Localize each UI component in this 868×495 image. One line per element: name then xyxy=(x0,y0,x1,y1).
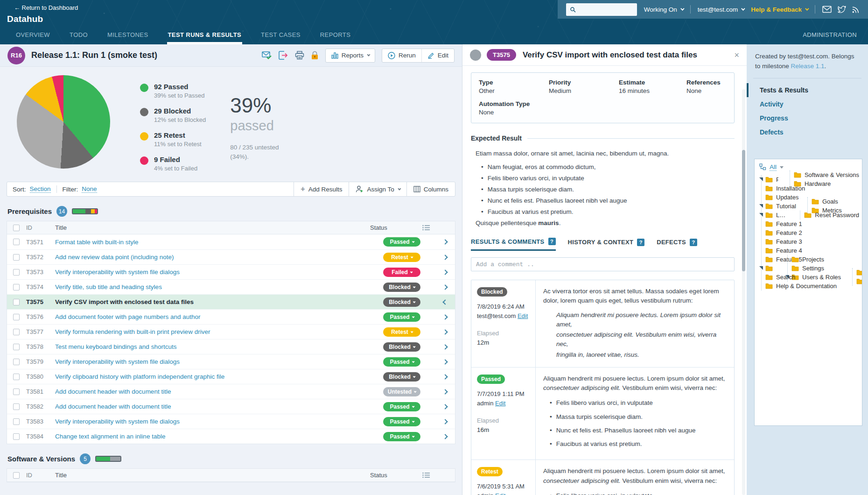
test-title-link[interactable]: Add new review data point (including not… xyxy=(55,254,383,261)
table-row[interactable]: T3581 Add document header with document … xyxy=(7,384,455,399)
print-icon[interactable] xyxy=(295,51,304,60)
tab-reports[interactable]: REPORTS xyxy=(319,27,351,44)
open-test-button[interactable] xyxy=(435,330,455,334)
status-badge[interactable]: Retest xyxy=(383,327,420,337)
rerun-button[interactable]: Rerun xyxy=(382,49,421,62)
row-checkbox[interactable] xyxy=(13,359,20,365)
open-test-button[interactable] xyxy=(435,390,455,394)
row-checkbox[interactable] xyxy=(13,389,20,395)
help-icon[interactable]: ? xyxy=(637,239,644,246)
sidebar-nav-progress[interactable]: Progress xyxy=(754,111,861,125)
status-badge[interactable]: Passed xyxy=(383,237,420,247)
lock-icon[interactable] xyxy=(311,51,319,60)
status-badge[interactable]: Blocked xyxy=(383,283,420,292)
status-badge[interactable]: Untested xyxy=(383,387,420,396)
edit-button[interactable]: Edit xyxy=(421,49,454,62)
tree-expander-icon[interactable] xyxy=(759,177,765,182)
status-badge[interactable]: Passed xyxy=(383,417,420,426)
comment-input[interactable]: Add a comment .. xyxy=(471,257,735,271)
table-row[interactable]: T3577 Verify formula rendering with buil… xyxy=(7,324,455,339)
tree-item-reset-password[interactable]: Reset Password xyxy=(800,211,859,219)
working-on-menu[interactable]: Working On xyxy=(644,6,683,13)
tab-todo[interactable]: TODO xyxy=(69,27,89,44)
row-checkbox[interactable] xyxy=(13,284,20,290)
search-box[interactable] xyxy=(566,3,637,16)
row-checkbox[interactable] xyxy=(13,269,20,276)
group-list-icon[interactable] xyxy=(422,225,430,231)
tree-expander-icon[interactable] xyxy=(759,204,765,208)
tree-item-users-roles[interactable]: Users & Roles Permissions Groups xyxy=(788,273,862,282)
col-id[interactable]: ID xyxy=(26,472,55,479)
row-checkbox[interactable] xyxy=(13,329,20,335)
tree-item-feature-1[interactable]: Feature 1 xyxy=(762,219,859,228)
close-icon[interactable] xyxy=(734,51,739,59)
tree-item-goals[interactable]: Goals xyxy=(808,197,842,206)
status-badge[interactable]: Blocked xyxy=(383,297,420,307)
tree-expander-icon[interactable] xyxy=(759,257,765,262)
row-checkbox[interactable] xyxy=(13,403,20,410)
table-row[interactable]: T3580 Verify clipboard history with plat… xyxy=(7,369,455,384)
tree-expander-icon[interactable] xyxy=(759,266,765,270)
status-badge[interactable]: Failed xyxy=(383,268,420,277)
status-badge[interactable]: Blocked xyxy=(383,342,420,352)
sort-value-link[interactable]: Section xyxy=(30,185,51,193)
scrollbar-thumb[interactable] xyxy=(742,150,745,271)
sidebar-nav-tests-results[interactable]: Tests & Results xyxy=(747,83,861,97)
status-badge[interactable]: Passed xyxy=(383,312,420,322)
status-badge[interactable]: Passed xyxy=(383,357,420,367)
tree-filter-value[interactable]: All xyxy=(770,163,777,171)
help-icon[interactable]: ? xyxy=(548,238,556,245)
group-list-icon[interactable] xyxy=(422,472,430,478)
test-title-link[interactable]: Verify clipboard history with platform i… xyxy=(55,373,383,380)
tree-expander-icon[interactable] xyxy=(759,231,765,235)
test-title-link[interactable]: Verify title, sub title and heading styl… xyxy=(55,283,383,290)
tree-expander-icon[interactable] xyxy=(785,266,791,270)
test-title-link[interactable]: Change text alignment in an inline table xyxy=(55,433,383,440)
open-test-button[interactable] xyxy=(435,255,455,259)
col-id[interactable]: ID xyxy=(26,224,55,231)
edit-link[interactable]: Edit xyxy=(495,492,505,495)
tree-expander-icon[interactable] xyxy=(759,186,765,191)
row-checkbox[interactable] xyxy=(13,418,20,425)
tree-item-feature-4[interactable]: Feature 4 xyxy=(762,246,859,255)
open-test-button[interactable] xyxy=(435,345,455,349)
tree-item-help-documentation[interactable]: Help & Documentation xyxy=(762,282,859,290)
help-feedback-menu[interactable]: Help & Feedback xyxy=(751,6,808,13)
tree-item-software-versions[interactable]: Software & Versions xyxy=(790,170,859,179)
tree-expander-icon[interactable] xyxy=(788,173,794,177)
email-results-icon[interactable] xyxy=(262,51,272,60)
status-badge[interactable]: Retest xyxy=(383,253,420,262)
col-title[interactable]: Title xyxy=(55,472,370,479)
tab-administration[interactable]: ADMINISTRATION xyxy=(803,31,857,38)
detail-tab-history-context[interactable]: HISTORY & CONTEXT ? xyxy=(568,238,645,251)
tree-expander-icon[interactable] xyxy=(759,240,765,244)
tab-milestones[interactable]: MILESTONES xyxy=(106,27,149,44)
sidebar-nav-activity[interactable]: Activity xyxy=(754,97,861,111)
test-title-link[interactable]: Verify formula rendering with built-in p… xyxy=(55,328,383,335)
open-test-button[interactable] xyxy=(435,300,455,304)
tab-test-runs-results[interactable]: TEST RUNS & RESULTS xyxy=(167,27,243,44)
account-menu[interactable]: test@test.com xyxy=(698,6,744,13)
test-title-link[interactable]: Add document footer with page numbers an… xyxy=(55,313,383,320)
table-row[interactable]: T3578 Test menu keyboard bindings and sh… xyxy=(7,339,455,354)
tree-expander-icon[interactable] xyxy=(759,275,765,279)
table-row[interactable]: T3573 Verify interoperability with syste… xyxy=(7,264,455,279)
rss-icon[interactable] xyxy=(852,6,860,14)
twitter-icon[interactable] xyxy=(837,6,846,14)
select-all-checkbox[interactable] xyxy=(13,225,20,231)
tree-expander-icon[interactable] xyxy=(759,195,765,199)
table-row[interactable]: T3583 Verify interoperability with syste… xyxy=(7,414,455,429)
table-row[interactable]: T3574 Verify title, sub title and headin… xyxy=(7,279,455,294)
table-row[interactable]: T3571 Format table with built-in style P… xyxy=(7,234,455,249)
tree-expander-icon[interactable] xyxy=(759,222,765,226)
detail-tab-results-comments[interactable]: RESULTS & COMMENTS ? xyxy=(471,238,556,251)
test-title-link[interactable]: Add document header with document title xyxy=(55,403,383,410)
row-checkbox[interactable] xyxy=(13,239,20,245)
col-status[interactable]: Status xyxy=(370,472,422,479)
status-badge[interactable]: Passed xyxy=(383,432,420,441)
open-test-button[interactable] xyxy=(435,315,455,319)
table-row[interactable]: T3575 Verify CSV import with enclosed te… xyxy=(7,294,455,309)
test-title-link[interactable]: Verify CSV import with enclosed test dat… xyxy=(55,298,383,305)
return-to-dashboard-link[interactable]: ← Return to Dashboard xyxy=(14,4,78,11)
assign-to-button[interactable]: Assign To xyxy=(349,182,406,196)
